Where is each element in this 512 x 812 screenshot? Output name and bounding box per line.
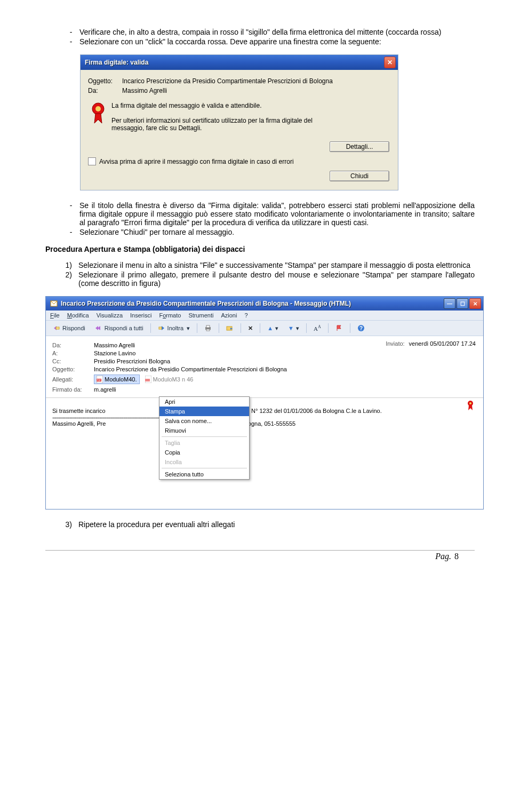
delete-button[interactable]: ✕ bbox=[244, 323, 257, 333]
svg-text:?: ? bbox=[359, 325, 363, 331]
svg-rect-7 bbox=[206, 329, 210, 331]
info-line2: messaggio, fare clic su Dettagli. bbox=[111, 124, 390, 132]
inviato-label: Inviato: bbox=[386, 340, 404, 347]
ctx-salva[interactable]: Salva con nome... bbox=[159, 416, 249, 426]
svg-rect-15 bbox=[145, 379, 150, 381]
message-header: Inviato: venerdì 05/01/2007 17.24 Da:Mas… bbox=[46, 336, 483, 397]
oggetto-value: Incarico Prescrizione da Presidio Compar… bbox=[94, 366, 477, 372]
menu-file[interactable]: File bbox=[50, 312, 60, 319]
dropdown-icon[interactable]: ▾ bbox=[296, 325, 299, 332]
dialog-titlebar: Firma digitale: valida ✕ bbox=[81, 55, 398, 70]
dropdown-icon[interactable]: ▾ bbox=[275, 325, 278, 332]
attachment-name: ModuloM3 n 46 bbox=[153, 376, 194, 383]
rosette-icon bbox=[88, 102, 108, 124]
dash-bullet: - bbox=[62, 28, 79, 36]
printer-icon bbox=[204, 324, 212, 332]
prev-button[interactable]: ▲▾ bbox=[263, 323, 282, 333]
signature-rosette-icon[interactable] bbox=[466, 400, 475, 411]
ctx-copia[interactable]: Copia bbox=[159, 448, 249, 457]
attachment-item[interactable]: ModuloM3 n 46 bbox=[143, 375, 196, 384]
help-icon: ? bbox=[357, 324, 365, 332]
toolbar: Rispondi Rispondi a tutti Inoltra▾ ✕ ▲▾ … bbox=[46, 321, 483, 336]
attachment-selected[interactable]: PDF ModuloM40. bbox=[94, 375, 140, 384]
move-button[interactable] bbox=[222, 323, 237, 333]
menu-modifica[interactable]: Modifica bbox=[67, 312, 89, 319]
step-number: 2) bbox=[53, 270, 78, 288]
svg-rect-6 bbox=[206, 325, 210, 328]
window-title: Incarico Prescrizione da Presidio Compar… bbox=[61, 300, 351, 307]
bullet-text: Verificare che, in alto a destra, compai… bbox=[79, 28, 475, 36]
attachment-context-menu: Apri Stampa Salva con nome... Rimuovi Ta… bbox=[159, 396, 250, 480]
svg-text:PDF: PDF bbox=[97, 379, 102, 381]
menu-help[interactable]: ? bbox=[244, 312, 247, 319]
body-text: Massimo Agrelli, Pre bbox=[52, 420, 106, 427]
footer-page-number: 8 bbox=[454, 552, 459, 561]
bullet-text: Se il titolo della finestra è diverso da… bbox=[79, 201, 475, 227]
allegati-label: Allegati: bbox=[52, 376, 94, 383]
subject-value: Incarico Prescrizione da Presidio Compar… bbox=[122, 77, 333, 85]
folder-move-icon bbox=[226, 324, 234, 332]
menu-azioni[interactable]: Azioni bbox=[221, 312, 237, 319]
a-label: A: bbox=[52, 350, 94, 356]
oggetto-label: Oggetto: bbox=[52, 366, 94, 372]
dash-bullet: - bbox=[62, 37, 79, 46]
step-text: Selezionare il primo allegato, premere i… bbox=[78, 270, 475, 288]
ctx-incolla: Incolla bbox=[159, 457, 249, 467]
section-heading: Procedura Apertura e Stampa (obbligatori… bbox=[45, 245, 475, 253]
flag-icon bbox=[335, 324, 343, 332]
body-text: Si trasmette incarico bbox=[52, 408, 106, 414]
close-icon[interactable]: ✕ bbox=[469, 298, 481, 309]
ctx-taglia: Taglia bbox=[159, 438, 249, 448]
firmato-label: Firmato da: bbox=[52, 386, 94, 393]
close-icon[interactable]: ✕ bbox=[384, 57, 396, 68]
bullet-text: Selezionare "Chiudi" per tornare al mess… bbox=[79, 228, 475, 236]
dettagli-button[interactable]: Dettagli... bbox=[330, 141, 389, 152]
inviato-value: venerdì 05/01/2007 17.24 bbox=[409, 340, 476, 347]
inoltra-button[interactable]: Inoltra▾ bbox=[154, 323, 194, 333]
cc-value: Presidio Prescrizioni Bologna bbox=[94, 358, 477, 364]
ctx-rimuovi[interactable]: Rimuovi bbox=[159, 426, 249, 435]
svg-rect-4 bbox=[159, 327, 162, 329]
menu-strumenti[interactable]: Strumenti bbox=[188, 312, 213, 319]
menu-formato[interactable]: Formato bbox=[159, 312, 181, 319]
menu-visualizza[interactable]: Visualizza bbox=[97, 312, 123, 319]
dialog-title: Firma digitale: valida bbox=[85, 59, 148, 66]
print-button[interactable] bbox=[201, 323, 215, 333]
attachment-name: ModuloM40. bbox=[105, 376, 137, 383]
svg-point-17 bbox=[469, 402, 471, 404]
rispondi-tutti-button[interactable]: Rispondi a tutti bbox=[91, 323, 147, 333]
flag-button[interactable] bbox=[332, 323, 347, 333]
warn-checkbox-row[interactable]: Avvisa prima di aprire il messaggio con … bbox=[88, 157, 390, 165]
mail-icon bbox=[50, 300, 58, 307]
ctx-seleziona-tutto[interactable]: Seleziona tutto bbox=[159, 469, 249, 479]
minimize-icon[interactable]: — bbox=[444, 298, 455, 309]
message-body: Si trasmette incarico da allegati, per t… bbox=[46, 397, 483, 509]
font-size-button[interactable]: AA bbox=[310, 323, 325, 333]
last-numbered: 3)Ripetere la procedura per eventuali al… bbox=[45, 520, 475, 529]
subject-label: Oggetto: bbox=[88, 77, 122, 85]
ctx-apri[interactable]: Apri bbox=[159, 397, 249, 407]
next-button[interactable]: ▼▾ bbox=[284, 323, 303, 333]
outlook-message-window: Incarico Prescrizione da Presidio Compar… bbox=[45, 296, 484, 510]
numbered-steps: 1)Selezionare il menu in alto a sinistra… bbox=[45, 261, 475, 288]
bullet-text: Selezionare con un "click" la coccarda r… bbox=[79, 37, 475, 46]
from-label: Da: bbox=[88, 87, 122, 94]
checkbox-icon[interactable] bbox=[88, 157, 96, 165]
step-number: 1) bbox=[53, 261, 78, 269]
dropdown-icon[interactable]: ▾ bbox=[187, 325, 190, 332]
svg-rect-3 bbox=[56, 327, 59, 329]
post-dialog-bullets: -Se il titolo della finestra è diverso d… bbox=[45, 201, 475, 236]
arrow-up-icon: ▲ bbox=[267, 325, 273, 331]
footer-label: Pag. bbox=[435, 552, 451, 561]
window-titlebar: Incarico Prescrizione da Presidio Compar… bbox=[46, 297, 483, 311]
ctx-stampa[interactable]: Stampa bbox=[159, 407, 249, 416]
help-button[interactable]: ? bbox=[354, 323, 369, 333]
menu-inserisci[interactable]: Inserisci bbox=[130, 312, 151, 319]
chiudi-button[interactable]: Chiudi bbox=[330, 171, 389, 181]
checkbox-label: Avvisa prima di aprire il messaggio con … bbox=[99, 158, 294, 165]
step-number: 3) bbox=[53, 520, 78, 529]
rispondi-button[interactable]: Rispondi bbox=[49, 323, 89, 333]
maximize-icon[interactable]: ☐ bbox=[457, 298, 468, 309]
intro-bullets: -Verificare che, in alto a destra, compa… bbox=[45, 28, 475, 46]
body-separator: ----------------------------------------… bbox=[52, 414, 477, 420]
